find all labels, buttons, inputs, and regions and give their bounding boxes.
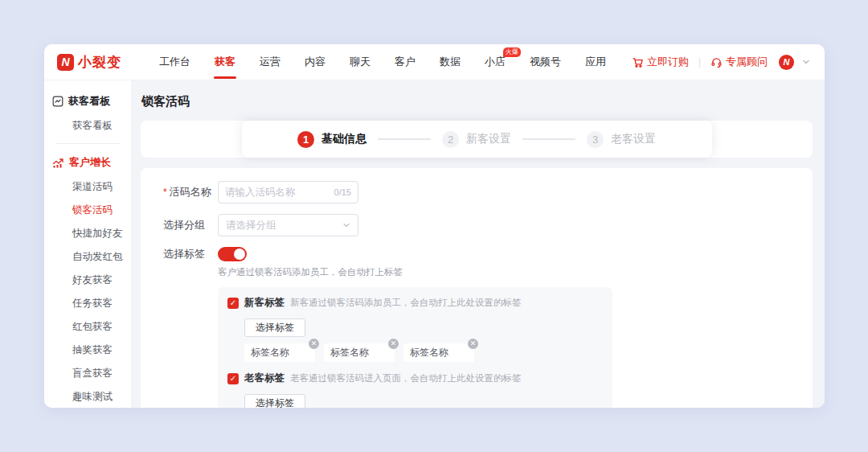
nav-item-chat[interactable]: 聊天 (338, 44, 383, 80)
headset-icon (710, 56, 723, 68)
new-tag-desc: 新客通过锁客活码添加员工，会自动打上此处设置的标签 (290, 297, 522, 309)
sidebar: 获客看板 获客看板 客户增长 渠道活码 锁客活码 快捷加好友 自动发红包 好友获… (44, 80, 131, 408)
sidebar-item-friend-acq[interactable]: 好友获客 (44, 269, 131, 292)
code-name-input-wrap: 0/15 (218, 181, 358, 203)
sidebar-item-lock-code[interactable]: 锁客活码 (44, 199, 131, 222)
sidebar-divider (55, 143, 120, 144)
step-label: 老客设置 (611, 132, 656, 146)
nav-item-shop-label: 小店 (485, 55, 506, 69)
code-name-label: 活码名称 (163, 185, 207, 199)
user-avatar[interactable]: N (779, 55, 794, 70)
form-row-code-name: 活码名称 0/15 (163, 181, 813, 203)
brand-logo[interactable]: N 小裂变 (57, 53, 121, 72)
sidebar-item-board[interactable]: 获客看板 (44, 114, 131, 138)
new-tag-choose-button[interactable]: 选择标签 (244, 318, 305, 337)
tag-chip-label: 标签名称 (251, 346, 289, 360)
old-tag-choose-button[interactable]: 选择标签 (244, 394, 305, 408)
step-old-customer[interactable]: 3 老客设置 (587, 131, 656, 148)
nav-item-shop[interactable]: 小店 火爆 (473, 44, 518, 80)
new-tag-title: 新客标签 (244, 296, 285, 310)
tag-chip: 标签名称 ✕ (244, 343, 315, 362)
step-new-customer[interactable]: 2 新客设置 (442, 131, 511, 148)
top-nav: N 小裂变 工作台 获客 运营 内容 聊天 客户 数据 小店 火爆 视频号 应用 (44, 44, 825, 80)
old-tag-title: 老客标签 (244, 372, 285, 385)
tags-label: 选择标签 (163, 247, 207, 261)
app-window: N 小裂变 工作台 获客 运营 内容 聊天 客户 数据 小店 火爆 视频号 应用 (44, 44, 825, 408)
group-select-placeholder: 请选择分组 (226, 219, 276, 232)
tag-close-icon[interactable]: ✕ (468, 339, 478, 349)
primary-nav: 工作台 获客 运营 内容 聊天 客户 数据 小店 火爆 视频号 应用 (147, 44, 618, 80)
order-now-link[interactable]: 立即订购 (632, 55, 689, 69)
tag-close-icon[interactable]: ✕ (309, 339, 319, 349)
sidebar-item-fun-test[interactable]: 趣味测试 (44, 385, 131, 408)
tags-help-text: 客户通过锁客活码添加员工，会自动打上标签 (218, 266, 813, 278)
sidebar-item-quick-add[interactable]: 快捷加好友 (44, 222, 131, 245)
sidebar-item-task-acq[interactable]: 任务获客 (44, 292, 131, 315)
code-name-input[interactable] (225, 187, 331, 198)
sidebar-item-lottery-acq[interactable]: 抽奖获客 (44, 339, 131, 362)
tag-chip-label: 标签名称 (330, 346, 369, 360)
tag-settings-panel: ✓ 新客标签 新客通过锁客活码添加员工，会自动打上此处设置的标签 选择标签 标签… (218, 287, 612, 408)
topnav-right: 立即订购 | 专属顾问 N (632, 55, 810, 70)
sidebar-section-growth[interactable]: 客户增长 (44, 150, 131, 175)
advisor-label: 专属顾问 (726, 55, 768, 69)
nav-item-data[interactable]: 数据 (428, 44, 473, 80)
page-title: 锁客活码 (141, 94, 813, 109)
group-label: 选择分组 (163, 218, 207, 232)
old-tag-desc: 老客通过锁客活码进入页面，会自动打上此处设置的标签 (290, 372, 522, 384)
nav-item-acquisition[interactable]: 获客 (203, 44, 248, 80)
trend-up-icon (52, 158, 64, 168)
tag-close-icon[interactable]: ✕ (388, 339, 399, 349)
toggle-knob (234, 249, 245, 260)
group-select[interactable]: 请选择分组 (218, 214, 358, 236)
cart-icon (632, 56, 644, 68)
step-number: 2 (442, 131, 459, 148)
sidebar-item-blindbox-acq[interactable]: 盲盒获客 (44, 362, 131, 385)
sidebar-item-redpacket-acq[interactable]: 红包获客 (44, 315, 131, 339)
new-tag-checkbox[interactable]: ✓ (227, 298, 239, 309)
stepper-bar: 1 基础信息 2 新客设置 3 老客设置 (141, 121, 813, 158)
nav-item-operations[interactable]: 运营 (248, 44, 293, 80)
form-row-tags: 选择标签 (163, 247, 813, 261)
step-label: 新客设置 (466, 132, 511, 146)
brand-logo-text: 小裂变 (78, 53, 121, 72)
form-row-group: 选择分组 请选择分组 (163, 214, 813, 236)
nav-item-content[interactable]: 内容 (293, 44, 338, 80)
sidebar-section-board-label: 获客看板 (68, 94, 110, 109)
old-tag-checkbox[interactable]: ✓ (227, 373, 239, 384)
nav-item-video[interactable]: 视频号 (518, 44, 573, 80)
select-chevron-down-icon (342, 221, 350, 229)
step-connector (378, 138, 431, 140)
old-tag-section-head: ✓ 老客标签 老客通过锁客活码进入页面，会自动打上此处设置的标签 (227, 372, 603, 385)
step-basic-info[interactable]: 1 基础信息 (297, 131, 366, 148)
nav-item-workbench[interactable]: 工作台 (147, 44, 203, 80)
step-number: 3 (587, 131, 604, 148)
stepper: 1 基础信息 2 新客设置 3 老客设置 (242, 121, 712, 158)
tag-chip: 标签名称 ✕ (403, 343, 474, 362)
step-label: 基础信息 (321, 132, 366, 146)
chart-box-icon (52, 96, 63, 107)
advisor-link[interactable]: 专属顾问 (710, 55, 768, 69)
brand-logo-icon: N (57, 54, 74, 71)
step-number: 1 (297, 131, 314, 148)
form-card: 活码名称 0/15 选择分组 请选择分组 (141, 168, 813, 408)
char-counter: 0/15 (334, 187, 351, 197)
nav-item-apps[interactable]: 应用 (573, 44, 618, 80)
order-now-label: 立即订购 (647, 55, 689, 69)
new-tag-section-head: ✓ 新客标签 新客通过锁客活码添加员工，会自动打上此处设置的标签 (227, 296, 603, 310)
sidebar-section-growth-label: 客户增长 (69, 155, 111, 170)
tags-toggle[interactable] (218, 247, 247, 261)
main-content: 锁客活码 1 基础信息 2 新客设置 3 老客设置 (131, 80, 825, 408)
sidebar-section-board[interactable]: 获客看板 (44, 88, 131, 114)
sidebar-item-auto-redpacket[interactable]: 自动发红包 (44, 245, 131, 269)
step-connector (522, 138, 575, 140)
chevron-down-icon[interactable] (802, 58, 810, 66)
header-divider: | (698, 56, 701, 68)
nav-item-customers[interactable]: 客户 (383, 44, 428, 80)
tag-chip: 标签名称 ✕ (324, 343, 395, 362)
tag-chip-label: 标签名称 (410, 346, 448, 360)
new-tag-list: 标签名称 ✕ 标签名称 ✕ 标签名称 ✕ (244, 343, 603, 362)
sidebar-item-channel-code[interactable]: 渠道活码 (44, 175, 131, 199)
